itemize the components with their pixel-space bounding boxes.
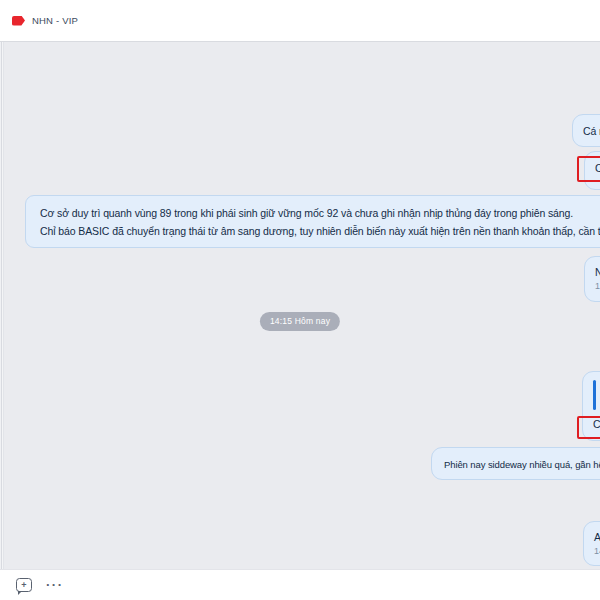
red-annotation-box	[577, 156, 600, 182]
quote-indicator-bar	[593, 380, 596, 410]
window-title: NHN - VIP	[32, 15, 78, 26]
message-text: Anh	[594, 529, 600, 545]
quick-message-icon[interactable]: +	[16, 578, 32, 592]
message-bubble-outgoing[interactable]: Anh 14:3	[583, 521, 600, 566]
quoted-message-block[interactable]: N c	[593, 380, 600, 410]
message-bubble-outgoing[interactable]: N 1	[584, 256, 600, 302]
message-bubble-outgoing[interactable]: Phiên nay siddeway nhiều quá, gần hết g	[431, 447, 600, 480]
message-timestamp: 1	[595, 280, 600, 293]
message-text: N	[595, 264, 600, 280]
message-bubble-wide[interactable]: Cơ sở duy trì quanh vùng 89 trong khi ph…	[25, 195, 600, 248]
chat-message-area: Cá nhân C Cơ sở duy trì quanh vùng 89 tr…	[0, 41, 600, 569]
window-left-edge	[0, 42, 4, 569]
message-text-line1: Cơ sở duy trì quanh vùng 89 trong khi ph…	[40, 205, 600, 223]
message-timestamp: 14:3	[594, 545, 600, 558]
red-tag-icon	[12, 16, 25, 26]
message-bubble-outgoing[interactable]: Cá nhân	[572, 114, 600, 147]
message-text: Cá nhân	[583, 123, 600, 139]
more-options-icon[interactable]: ···	[46, 578, 64, 593]
message-text: Phiên nay siddeway nhiều quá, gần hết g	[444, 457, 600, 473]
window-titlebar: NHN - VIP	[0, 0, 600, 41]
message-text-line2: Chỉ báo BASIC đã chuyển trạng thái từ âm…	[40, 223, 600, 241]
composer-toolbar: + ···	[0, 569, 600, 600]
red-annotation-box	[577, 416, 600, 439]
date-divider-pill: 14:15 Hôm nay	[260, 312, 340, 331]
